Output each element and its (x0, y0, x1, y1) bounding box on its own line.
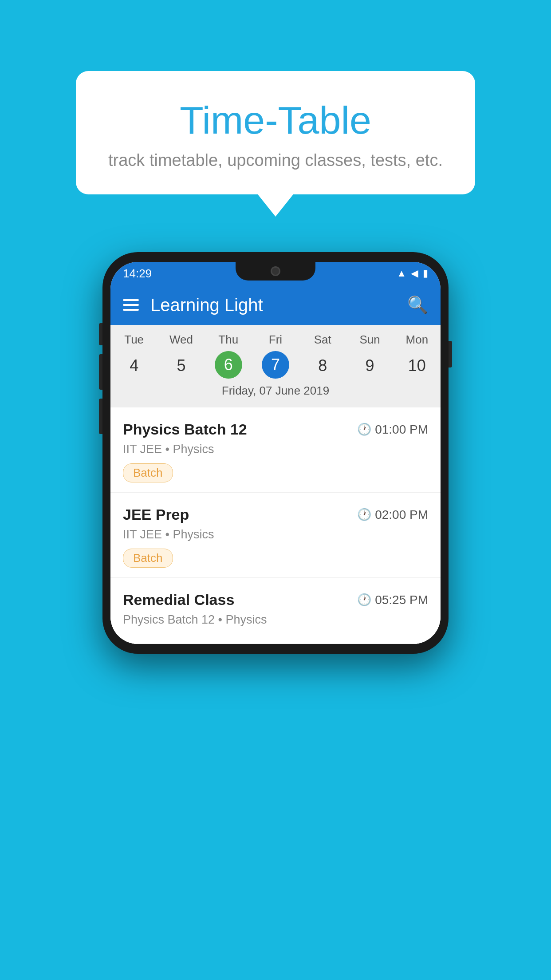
feature-subtitle: track timetable, upcoming classes, tests… (102, 151, 449, 170)
class-subject-3: Physics Batch 12 • Physics (123, 613, 428, 627)
speech-bubble-arrow (258, 194, 293, 217)
battery-icon: ▮ (423, 268, 428, 279)
volume-up-button (99, 323, 102, 345)
day-5[interactable]: 5 (157, 351, 205, 380)
class-time-3: 🕐 05:25 PM (357, 593, 428, 607)
class-item-1[interactable]: Physics Batch 12 🕐 01:00 PM IIT JEE • Ph… (110, 407, 441, 493)
class-header-2: JEE Prep 🕐 02:00 PM (123, 506, 428, 523)
class-name-3: Remedial Class (123, 591, 234, 609)
hamburger-line-2 (123, 304, 139, 306)
batch-badge-1: Batch (123, 463, 173, 482)
class-subject-2: IIT JEE • Physics (123, 528, 428, 541)
day-9[interactable]: 9 (346, 351, 393, 380)
wifi-icon: ▲ (397, 268, 406, 279)
class-item-3[interactable]: Remedial Class 🕐 05:25 PM Physics Batch … (110, 578, 441, 644)
day-8[interactable]: 8 (299, 351, 346, 380)
class-header-1: Physics Batch 12 🕐 01:00 PM (123, 421, 428, 438)
batch-badge-2: Batch (123, 549, 173, 568)
day-7-selected[interactable]: 7 (262, 351, 289, 379)
day-header-sat: Sat (299, 333, 346, 347)
class-time-2: 🕐 02:00 PM (357, 508, 428, 522)
calendar-strip: Tue Wed Thu Fri Sat Sun Mon 4 5 6 7 8 9 … (110, 325, 441, 407)
phone-notch (236, 262, 315, 281)
feature-title: Time-Table (102, 98, 449, 143)
speech-bubble: Time-Table track timetable, upcoming cla… (76, 71, 475, 194)
day-numbers: 4 5 6 7 8 9 10 (110, 351, 441, 380)
phone-wrapper: 14:29 ▲ ◀ ▮ Learning Light 🔍 (102, 252, 449, 654)
power-button (449, 341, 452, 368)
class-header-3: Remedial Class 🕐 05:25 PM (123, 591, 428, 609)
class-subject-1: IIT JEE • Physics (123, 443, 428, 456)
status-icons: ▲ ◀ ▮ (397, 268, 428, 279)
day-header-mon: Mon (394, 333, 441, 347)
phone-screen: 14:29 ▲ ◀ ▮ Learning Light 🔍 (110, 262, 441, 644)
hamburger-line-3 (123, 309, 139, 311)
day-header-fri: Fri (252, 333, 299, 347)
class-list: Physics Batch 12 🕐 01:00 PM IIT JEE • Ph… (110, 407, 441, 644)
speech-bubble-container: Time-Table track timetable, upcoming cla… (76, 71, 475, 217)
class-name-1: Physics Batch 12 (123, 421, 247, 438)
silent-button (99, 399, 102, 434)
phone-frame: 14:29 ▲ ◀ ▮ Learning Light 🔍 (102, 252, 449, 654)
clock-icon-2: 🕐 (357, 508, 371, 522)
day-4[interactable]: 4 (110, 351, 157, 380)
menu-button[interactable] (123, 299, 139, 311)
day-header-tue: Tue (110, 333, 157, 347)
search-icon[interactable]: 🔍 (407, 295, 428, 315)
clock-icon-1: 🕐 (357, 423, 371, 436)
day-header-wed: Wed (157, 333, 205, 347)
volume-down-button (99, 354, 102, 390)
hamburger-line-1 (123, 299, 139, 301)
class-item-2[interactable]: JEE Prep 🕐 02:00 PM IIT JEE • Physics Ba… (110, 493, 441, 578)
clock-icon-3: 🕐 (357, 593, 371, 607)
signal-icon: ◀ (411, 268, 418, 279)
class-name-2: JEE Prep (123, 506, 189, 523)
day-6-today[interactable]: 6 (215, 351, 242, 379)
selected-date-label: Friday, 07 June 2019 (110, 384, 441, 403)
day-10[interactable]: 10 (394, 351, 441, 380)
day-headers: Tue Wed Thu Fri Sat Sun Mon (110, 333, 441, 347)
app-title: Learning Light (150, 295, 396, 315)
day-header-sun: Sun (346, 333, 393, 347)
front-camera (271, 266, 280, 276)
app-bar: Learning Light 🔍 (110, 285, 441, 325)
day-header-thu: Thu (205, 333, 252, 347)
status-time: 14:29 (123, 267, 152, 281)
class-time-1: 🕐 01:00 PM (357, 423, 428, 437)
